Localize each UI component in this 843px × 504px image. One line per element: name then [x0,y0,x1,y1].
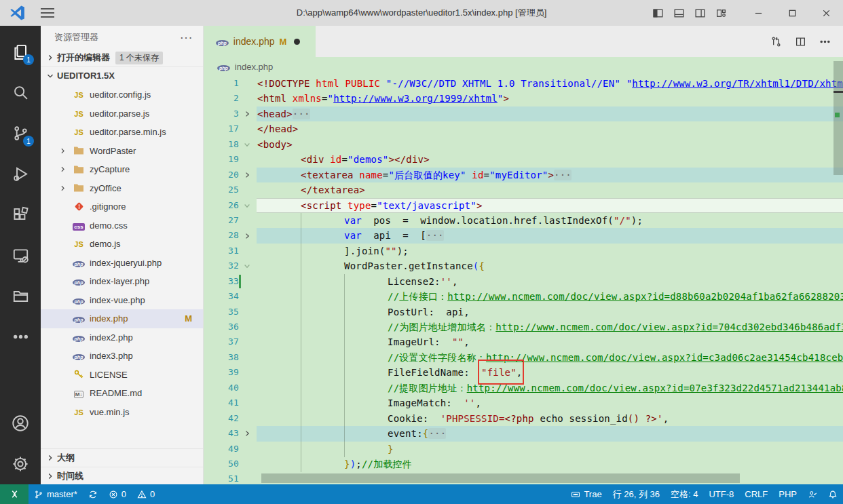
breadcrumb[interactable]: php index.php [204,57,843,76]
code-line-28[interactable]: 28var api = [··· [204,228,843,243]
code-line-18[interactable]: 18<body> [204,137,843,152]
code-line-3[interactable]: 3<head>··· [204,106,843,121]
tree-item-index-php[interactable]: phpindex.phpM [41,309,203,328]
code-line-27[interactable]: 27var pos = window.location.href.lastInd… [204,213,843,228]
code-line-40[interactable]: 40//提取图片地址：http://www.ncmem.com/doc/view… [204,381,843,395]
tree-item-index2-php[interactable]: phpindex2.php [41,328,203,347]
code-link[interactable]: http://www.ncmem.com/doc/view.aspx?id=c3… [486,352,843,363]
status-branch[interactable]: master* [29,484,83,504]
fold-expand-icon[interactable] [242,168,252,182]
activity-source-control[interactable]: 1 [0,113,41,153]
code-line-20[interactable]: 20<textarea name="后台取值的key" id="myEditor… [204,168,843,182]
code-line-50[interactable]: 50});//加载控件 [204,457,843,471]
status-sync[interactable] [83,484,103,504]
explorer-more-icon[interactable]: ··· [181,33,193,43]
activity-settings[interactable] [0,444,41,484]
status-notifications[interactable] [823,484,843,504]
horizontal-scrollbar[interactable] [261,473,740,483]
more-actions-button[interactable] [816,33,833,50]
code-link[interactable]: http://www.w3.org/1999/xhtml [333,93,498,104]
status-feedback[interactable] [802,484,823,504]
fold-expand-icon[interactable] [242,426,252,441]
code-line-36[interactable]: 36//为图片地址增加域名：http://www.ncmem.com/doc/v… [204,319,843,334]
open-editors-section[interactable]: 打开的编辑器 1 个未保存 [41,49,203,66]
tree-item-index3-php[interactable]: phpindex3.php [41,347,203,366]
folder-section-header[interactable]: UEDITOR1.5X [41,66,203,84]
layout-panel-button[interactable] [669,3,690,23]
split-editor-button[interactable] [791,33,809,50]
code-line-25[interactable]: 25</textarea> [204,182,843,197]
tree-item-ueditor-config-js[interactable]: JSueditor.config.js [41,85,203,104]
layout-sidebar-right-button[interactable] [690,3,711,23]
code-line-32[interactable]: 32WordPaster.getInstance({ [204,258,843,273]
code-line-2[interactable]: 2<html xmlns="http://www.w3.org/1999/xht… [204,91,843,106]
activity-search[interactable] [0,72,41,113]
status-language-mode[interactable]: PHP [773,484,802,504]
activity-account[interactable] [0,403,41,444]
activity-folder-view[interactable] [0,275,41,316]
status-eol[interactable]: CRLF [739,484,773,504]
tree-item-ueditor-parse-min-js[interactable]: JSueditor.parse.min.js [41,123,203,142]
fold-collapse-icon[interactable] [242,258,252,273]
tree-item-vue-min-js[interactable]: JSvue.min.js [41,403,203,422]
code-link[interactable]: http://www.ncmem.com/doc/view.aspx?id=70… [495,322,843,332]
close-button[interactable] [809,0,843,26]
status-warnings[interactable]: 0 [132,484,160,504]
minimize-button[interactable] [741,0,775,26]
status-errors[interactable]: 0 [103,484,132,504]
tab-index-php[interactable]: php index.php M [204,26,316,57]
activity-explorer[interactable]: 1 [0,31,41,72]
tree-item-readme-md[interactable]: M↓README.md [41,384,203,403]
status-trae[interactable]: Trae [565,484,607,504]
code-line-42[interactable]: 42Cookie: 'PHPSESSID=<?php echo session_… [204,411,843,426]
tree-item-license[interactable]: LICENSE [41,366,203,385]
code-line-37[interactable]: 37ImageUrl: "", [204,334,843,349]
code-line-34[interactable]: 34//上传接口：http://www.ncmem.com/doc/view.a… [204,289,843,304]
status-remote-indicator[interactable] [0,484,29,504]
code-line-41[interactable]: 41ImageMatch: '', [204,395,843,410]
code-line-39[interactable]: 39FileFieldName: "file", [204,365,843,380]
code-line-17[interactable]: 17</head> [204,121,843,136]
code-line-26[interactable]: 26<script type="text/javascript"> [204,198,843,213]
tree-item-demo-css[interactable]: cssdemo.css [41,216,203,235]
code-line-49[interactable]: 49} [204,442,843,457]
fold-expand-icon[interactable] [242,228,252,243]
code-link[interactable]: http://www.ncmem.com/doc/view.aspx?id=d8… [447,291,843,302]
unsaved-dot-icon[interactable] [294,39,300,45]
tree-item-index-jqueryui-php[interactable]: phpindex-jqueryui.php [41,254,203,273]
activity-run-and-debug[interactable] [0,153,41,194]
activity-more-views[interactable] [0,316,41,357]
code-line-19[interactable]: 19<div id="demos"></div> [204,152,843,167]
compare-changes-button[interactable] [767,33,785,50]
code-line-35[interactable]: 35PostUrl: api, [204,305,843,319]
timeline-section[interactable]: 时间线 [41,467,203,484]
tree-item-index-vue-php[interactable]: phpindex-vue.php [41,291,203,310]
layout-sidebar-left-button[interactable] [648,3,669,23]
activity-remote-explorer[interactable] [0,235,41,275]
activity-extensions[interactable] [0,194,41,235]
menu-icon[interactable] [41,8,54,18]
status-encoding[interactable]: UTF-8 [703,484,739,504]
vertical-scrollbar[interactable] [833,61,843,175]
code-line-1[interactable]: 1<!DOCTYPE html PUBLIC "-//W3C//DTD XHTM… [204,76,843,91]
code-link[interactable]: http://www.ncmem.com/doc/view.aspx?id=07… [467,383,843,393]
code-line-31[interactable]: 31].join(""); [204,244,843,258]
code-line-33[interactable]: 33License2:'', [204,274,843,289]
code-line-43[interactable]: 43event:{··· [204,426,843,441]
tree-item-demo-js[interactable]: JSdemo.js [41,235,203,254]
status-indentation[interactable]: 空格: 4 [665,484,703,504]
maximize-button[interactable] [775,0,809,26]
fold-expand-icon[interactable] [242,106,252,121]
tree-item-ueditor-parse-js[interactable]: JSueditor.parse.js [41,104,203,123]
tree-item--gitignore[interactable]: .gitignore [41,197,203,216]
fold-collapse-icon[interactable] [242,198,252,213]
tree-item-zyoffice[interactable]: zyOffice [41,179,203,198]
tree-item-zycapture[interactable]: zyCapture [41,160,203,179]
tree-item-index-layer-php[interactable]: phpindex-layer.php [41,272,203,291]
layout-customize-button[interactable] [711,3,732,23]
fold-collapse-icon[interactable] [242,137,252,152]
tree-item-wordpaster[interactable]: WordPaster [41,142,203,161]
status-cursor-position[interactable]: 行 26, 列 36 [607,484,665,504]
code-link[interactable]: http://www.w3.org/TR/xhtml1/DTD/xhtml1 [632,78,843,89]
outline-section[interactable]: 大纲 [41,449,203,467]
